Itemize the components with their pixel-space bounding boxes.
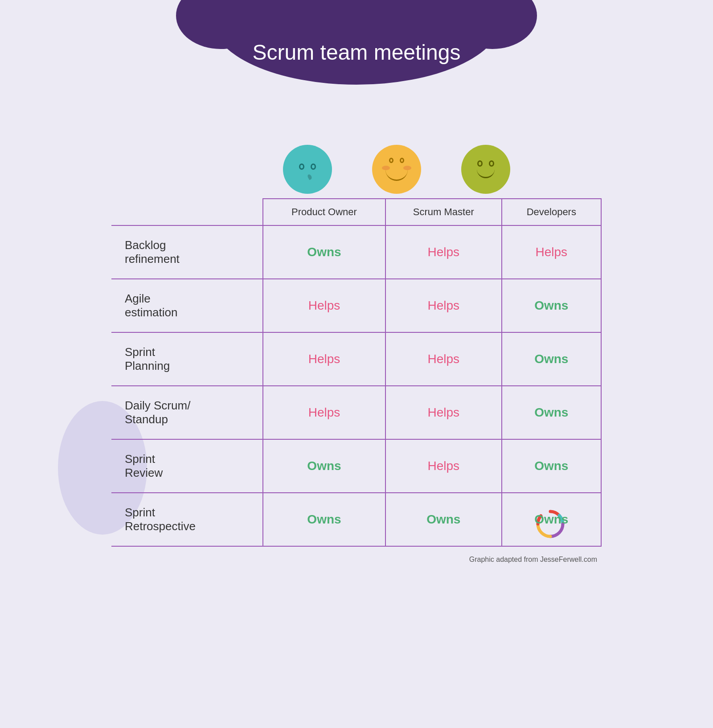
developers-left-eye: [477, 160, 483, 167]
developers-face: [477, 156, 495, 183]
product-owner-right-eye: [311, 164, 316, 170]
sprint-review-product-owner: Owns: [263, 439, 385, 493]
developers-header: Developers: [502, 199, 601, 225]
sprint-planning-developers: Owns: [502, 332, 601, 386]
sprint-review-scrum-master: Helps: [385, 439, 502, 493]
meeting-name-sprint-retrospective: SprintRetrospective: [111, 493, 263, 546]
agile-product-owner: Helps: [263, 279, 385, 332]
product-owner-header: Product Owner: [263, 199, 385, 225]
product-owner-tear-area: [306, 172, 311, 180]
page-title: Scrum team meetings: [111, 18, 602, 127]
table-row: SprintRetrospective Owns Owns Owns: [111, 493, 601, 546]
agile-scrum-master: Helps: [385, 279, 502, 332]
scrum-master-avatar-cell: [352, 145, 441, 198]
table-container: Product Owner Scrum Master Developers Ba…: [111, 145, 602, 564]
meeting-name-sprint-review: SprintReview: [111, 439, 263, 493]
sprint-retro-scrum-master: Owns: [385, 493, 502, 546]
developers-eyes: [477, 160, 494, 167]
scrum-master-eyes: [389, 158, 404, 163]
backlog-scrum-master: Helps: [385, 225, 502, 279]
scrum-meetings-table: Product Owner Scrum Master Developers Ba…: [111, 198, 602, 547]
daily-scrum-product-owner: Helps: [263, 386, 385, 439]
scrum-master-left-eye: [389, 158, 393, 163]
backlog-product-owner: Owns: [263, 225, 385, 279]
meeting-name-sprint-planning: SprintPlanning: [111, 332, 263, 386]
table-row: Daily Scrum/Standup Helps Helps Owns: [111, 386, 601, 439]
table-row: SprintReview Owns Helps Owns: [111, 439, 601, 493]
meeting-name-agile: Agileestimation: [111, 279, 263, 332]
product-owner-avatar: [283, 145, 332, 194]
teardrop-icon: [307, 174, 313, 180]
daily-scrum-scrum-master: Helps: [385, 386, 502, 439]
developers-smile: [477, 169, 495, 178]
table-header-row: Product Owner Scrum Master Developers: [111, 199, 601, 225]
meeting-name-daily-scrum: Daily Scrum/Standup: [111, 386, 263, 439]
scrum-master-smile: [385, 169, 408, 181]
product-owner-eyes: [299, 164, 316, 170]
product-owner-avatar-cell: [263, 145, 352, 198]
product-owner-left-eye: [299, 164, 304, 170]
page-wrapper: Scrum team meetings: [111, 0, 602, 564]
developers-avatar-cell: [441, 145, 530, 198]
backlog-developers: Helps: [502, 225, 601, 279]
scrum-master-right-eye: [400, 158, 404, 163]
developers-avatar: [461, 145, 510, 194]
scrum-master-face: [382, 153, 411, 185]
sprint-retro-developers: Owns: [502, 493, 601, 546]
attribution-text: Graphic adapted from JesseFerwell.com: [111, 556, 602, 564]
avatar-row: [263, 145, 602, 198]
table-row: Agileestimation Helps Helps Owns: [111, 279, 601, 332]
sprint-planning-scrum-master: Helps: [385, 332, 502, 386]
sprint-planning-product-owner: Helps: [263, 332, 385, 386]
scrum-master-header: Scrum Master: [385, 199, 502, 225]
developers-right-eye: [489, 160, 494, 167]
sprint-retro-product-owner: Owns: [263, 493, 385, 546]
scrum-master-avatar: [372, 145, 421, 194]
daily-scrum-developers: Owns: [502, 386, 601, 439]
table-row: Backlogrefinement Owns Helps Helps: [111, 225, 601, 279]
table-row: SprintPlanning Helps Helps Owns: [111, 332, 601, 386]
product-owner-face: [299, 159, 316, 180]
meeting-name-backlog: Backlogrefinement: [111, 225, 263, 279]
sprint-review-developers: Owns: [502, 439, 601, 493]
agile-developers: Owns: [502, 279, 601, 332]
empty-header-cell: [111, 199, 263, 225]
